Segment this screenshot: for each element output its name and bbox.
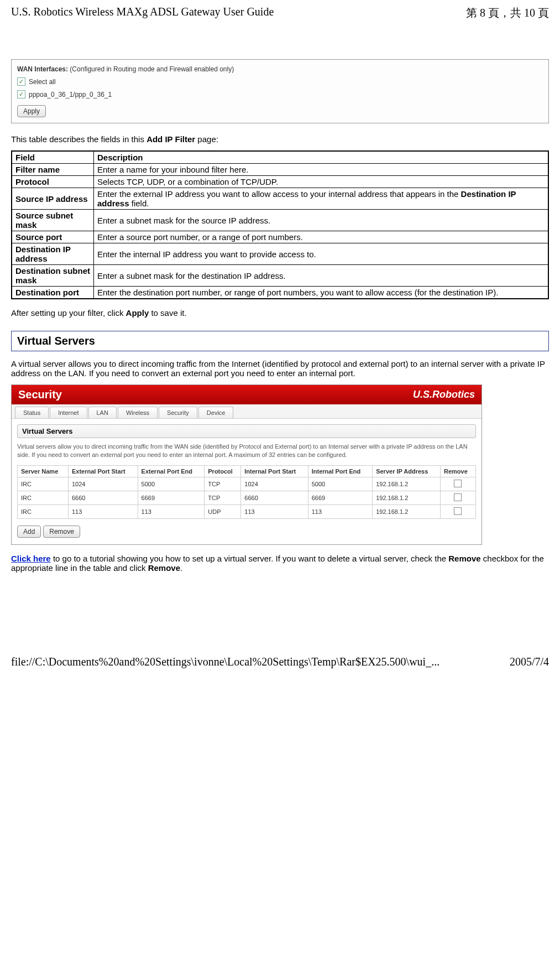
- panel-title: Virtual Servers: [17, 424, 476, 438]
- select-all-checkbox[interactable]: ✓: [17, 77, 25, 86]
- vs-row: IRC 1024 5000 TCP 1024 5000 192.168.1.2: [18, 477, 476, 491]
- select-all-label: Select all: [29, 78, 56, 86]
- virtual-servers-screenshot: Security U.S.Robotics Status Internet LA…: [11, 384, 482, 545]
- table-row: Destination IP address Enter the interna…: [12, 243, 548, 265]
- wan-interfaces-panel: WAN Interfaces: (Configured in Routing m…: [11, 59, 549, 123]
- tab-status[interactable]: Status: [15, 407, 49, 418]
- interface-label: pppoa_0_36_1/ppp_0_36_1: [29, 91, 112, 98]
- remove-checkbox[interactable]: [454, 493, 462, 501]
- vs-row: IRC 6660 6669 TCP 6660 6669 192.168.1.2: [18, 491, 476, 505]
- table-row: Destination subnet mask Enter a subnet m…: [12, 265, 548, 287]
- tab-wireless[interactable]: Wireless: [118, 407, 158, 418]
- doc-title: U.S. Robotics Wireless MAXg ADSL Gateway…: [11, 6, 274, 20]
- th-description: Description: [94, 151, 549, 164]
- tab-security[interactable]: Security: [159, 407, 197, 418]
- page-indicator: 第 8 頁，共 10 頁: [466, 6, 549, 20]
- table-row: Source port Enter a source port number, …: [12, 231, 548, 243]
- remove-checkbox[interactable]: [454, 507, 462, 515]
- vs-th: Server IP Address: [373, 465, 441, 477]
- vs-th: Remove: [440, 465, 475, 477]
- apply-button[interactable]: Apply: [17, 105, 46, 117]
- table-row: Destination port Enter the destination p…: [12, 287, 548, 299]
- vs-banner-brand: U.S.Robotics: [413, 389, 475, 401]
- interface-checkbox[interactable]: ✓: [17, 90, 25, 98]
- click-here-paragraph: Click here to go to a tutorial showing y…: [11, 554, 549, 573]
- wan-label-bold: WAN Interfaces:: [17, 65, 68, 73]
- vs-paragraph: A virtual server allows you to direct in…: [11, 359, 549, 378]
- table-row: Filter name Enter a name for your inboun…: [12, 164, 548, 176]
- vs-th: Protocol: [205, 465, 241, 477]
- vs-banner: Security U.S.Robotics: [12, 385, 482, 404]
- vs-th: Internal Port End: [308, 465, 372, 477]
- section-virtual-servers: Virtual Servers: [11, 331, 549, 351]
- vs-banner-section: Security: [18, 388, 62, 401]
- footer-date: 2005/7/4: [510, 656, 549, 668]
- tab-lan[interactable]: LAN: [88, 407, 117, 418]
- tab-bar: Status Internet LAN Wireless Security De…: [12, 404, 482, 419]
- wan-label-suffix: (Configured in Routing mode and Firewall…: [68, 65, 234, 73]
- after-text: After setting up your filter, click Appl…: [11, 308, 549, 318]
- table-row: Protocol Selects TCP, UDP, or a combinat…: [12, 176, 548, 188]
- table-row: Source IP address Enter the external IP …: [12, 188, 548, 210]
- vs-th: External Port Start: [69, 465, 138, 477]
- remove-button[interactable]: Remove: [43, 526, 80, 538]
- panel-description: Virtual servers allow you to direct inco…: [17, 443, 476, 460]
- tab-internet[interactable]: Internet: [50, 407, 87, 418]
- vs-row: IRC 113 113 UDP 113 113 192.168.1.2: [18, 505, 476, 518]
- vs-th: Internal Port Start: [241, 465, 308, 477]
- fields-table: Field Description Filter name Enter a na…: [11, 150, 549, 299]
- click-here-link[interactable]: Click here: [11, 554, 51, 563]
- virtual-servers-table: Server Name External Port Start External…: [17, 465, 476, 519]
- vs-th: Server Name: [18, 465, 69, 477]
- th-field: Field: [12, 151, 94, 164]
- page-header: U.S. Robotics Wireless MAXg ADSL Gateway…: [11, 6, 549, 26]
- vs-th: External Port End: [138, 465, 205, 477]
- intro-text: This table describes the fields in this …: [11, 134, 549, 144]
- table-row: Source subnet mask Enter a subnet mask f…: [12, 210, 548, 231]
- wan-interfaces-label: WAN Interfaces: (Configured in Routing m…: [17, 65, 543, 73]
- page-footer: file://C:\Documents%20and%20Settings\ivo…: [0, 656, 560, 672]
- tab-device[interactable]: Device: [198, 407, 234, 418]
- remove-checkbox[interactable]: [454, 480, 462, 487]
- footer-path: file://C:\Documents%20and%20Settings\ivo…: [11, 656, 439, 668]
- add-button[interactable]: Add: [17, 526, 41, 538]
